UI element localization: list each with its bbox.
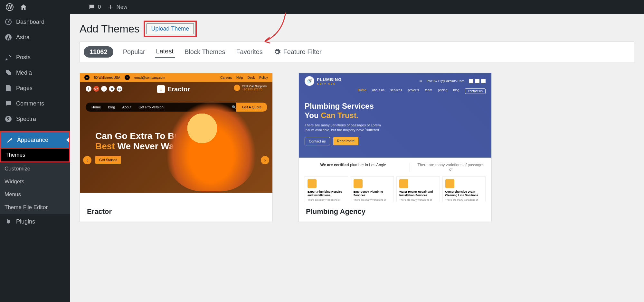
new-label: New: [116, 4, 127, 10]
feature-filter[interactable]: Feature Filter: [272, 46, 323, 58]
chevron-left-icon: ‹: [83, 156, 91, 164]
gear-icon: [274, 49, 281, 56]
phone-icon: [234, 85, 240, 91]
sidebar-subitem-theme-file-editor[interactable]: Theme File Editor: [0, 201, 70, 214]
sidebar-item-appearance[interactable]: Appearance: [0, 131, 70, 149]
upload-theme-button[interactable]: Upload Theme: [147, 23, 194, 34]
sidebar-item-comments[interactable]: Comments: [0, 96, 70, 111]
comments-count: 0: [98, 4, 101, 10]
mail-icon: ✉: [125, 75, 130, 80]
sidebar-subitem-menus[interactable]: Menus: [0, 188, 70, 201]
filter-favorites[interactable]: Favorites: [235, 46, 264, 58]
service-icon: [354, 179, 363, 188]
filter-popular[interactable]: Popular: [122, 46, 147, 58]
page-title: Add Themes: [80, 23, 140, 35]
social-icons: [469, 79, 486, 83]
sidebar-item-spectra[interactable]: Spectra: [0, 111, 70, 127]
sidebar-subitem-themes[interactable]: Themes: [0, 149, 70, 162]
theme-preview: 🚿 PLUMBINGServices ✉ Info16271@Fakeinfo.…: [299, 73, 491, 202]
wp-logo[interactable]: W: [3, 3, 17, 11]
service-icon: [308, 179, 317, 188]
main-content: Add Themes Upload Theme 11062 Popular La…: [70, 14, 644, 302]
service-icon: [445, 179, 454, 188]
sidebar-item-dashboard[interactable]: Dashboard: [0, 14, 70, 30]
theme-name: Eractor: [80, 202, 272, 222]
filter-latest[interactable]: Latest: [155, 46, 175, 58]
mail-icon: ✉: [420, 79, 422, 83]
chevron-right-icon: ›: [261, 156, 269, 164]
theme-filter-bar: 11062 Popular Latest Block Themes Favori…: [80, 41, 634, 62]
theme-preview: ➤ 50 Wallstreet,USA ✉ email@company.com …: [80, 73, 272, 202]
faucet-icon: 🚿: [305, 76, 314, 86]
theme-card-eractor[interactable]: ➤ 50 Wallstreet,USA ✉ email@company.com …: [80, 73, 273, 222]
theme-card-plumbing[interactable]: 🚿 PLUMBINGServices ✉ Info16271@Fakeinfo.…: [298, 73, 492, 222]
location-icon: ➤: [84, 75, 90, 80]
upload-theme-highlight: Upload Theme: [144, 21, 197, 37]
theme-name: Plumbing Agency: [299, 202, 491, 222]
service-icon: [399, 179, 408, 188]
new-link[interactable]: New: [104, 4, 130, 10]
svg-point-1: [8, 21, 9, 23]
home-icon[interactable]: [17, 4, 30, 11]
sidebar-item-pages[interactable]: Pages: [0, 80, 70, 96]
admin-toolbar: W 0 New: [0, 0, 644, 14]
sidebar-item-media[interactable]: Media: [0, 65, 70, 80]
admin-sidebar: Dashboard Astra Posts Media Pages Commen…: [0, 14, 70, 302]
worker-illustration: [166, 101, 256, 191]
comments-link[interactable]: 0: [85, 4, 104, 11]
filter-block-themes[interactable]: Block Themes: [183, 46, 226, 58]
theme-count-pill: 11062: [84, 46, 113, 58]
brand-logo-icon: ⌂: [157, 85, 165, 93]
sidebar-item-plugins[interactable]: Plugins: [0, 214, 70, 229]
sidebar-subitem-widgets[interactable]: Widgets: [0, 175, 70, 188]
sidebar-item-astra[interactable]: Astra: [0, 30, 70, 45]
sidebar-subitem-customize[interactable]: Customize: [0, 162, 70, 175]
sidebar-item-posts[interactable]: Posts: [0, 50, 70, 65]
